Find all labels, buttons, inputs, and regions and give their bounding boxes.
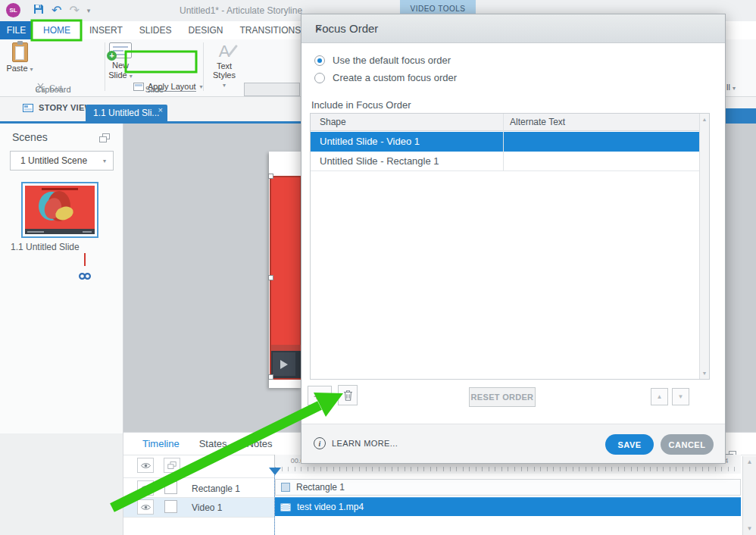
delete-object-button[interactable] (338, 385, 358, 405)
qat-dropdown-icon[interactable]: ▾ (87, 7, 91, 14)
red-marker (84, 253, 86, 266)
tab-transitions[interactable]: TRANSITIONS (232, 21, 310, 39)
column-shape[interactable]: Shape (320, 117, 346, 127)
move-up-button[interactable]: ▲ (651, 388, 668, 405)
trash-icon (343, 390, 353, 401)
timeline-bar-rectangle[interactable]: Rectangle 1 (275, 479, 741, 496)
column-alternate-text[interactable]: Alternate Text (510, 117, 565, 127)
timeline-bar-video[interactable]: test video 1.mp4 (275, 497, 741, 516)
tab-strip-right-stub (721, 108, 756, 121)
custom-focus-label: Create a custom focus order (333, 72, 457, 83)
move-down-button[interactable]: ▼ (672, 388, 689, 405)
thumbnail-video-bar (25, 229, 95, 234)
fill-dropdown[interactable]: ll ▾ (726, 83, 736, 92)
tab-insert[interactable]: INSERT (81, 21, 131, 39)
timeline-bar-label: test video 1.mp4 (297, 502, 364, 512)
tab-notes[interactable]: Notes (247, 438, 273, 449)
tab-timeline[interactable]: Timeline (142, 438, 180, 449)
timeline-row-name[interactable]: Rectangle 1 (192, 483, 240, 494)
storyline-window: SL ↶ ↷ ▾ Untitled1* - Articulate Storyli… (0, 0, 756, 535)
selection-handle[interactable] (268, 374, 273, 380)
timeline-scrollbar[interactable]: ▲ ▼ (742, 456, 756, 535)
video-play-button[interactable] (273, 352, 295, 376)
default-focus-radio[interactable]: Use the default focus order (314, 55, 451, 66)
scroll-down-icon[interactable]: ▼ (700, 371, 709, 376)
paste-button[interactable]: Paste ▾ (6, 42, 33, 89)
tab-file[interactable]: FILE (0, 21, 33, 39)
row-checkbox[interactable] (164, 500, 177, 513)
close-icon[interactable]: × (315, 22, 714, 35)
scene-selector-value: 1 Untitled Scene (20, 155, 87, 166)
timeline-row-name[interactable]: Video 1 (192, 502, 222, 513)
redo-icon[interactable]: ↷ (69, 5, 79, 17)
radio-selected-icon[interactable] (314, 55, 325, 66)
film-icon (280, 503, 291, 512)
slide-tab-label: 1.1 Untitled Sli... (93, 108, 159, 118)
tab-states[interactable]: States (199, 438, 227, 449)
save-icon[interactable] (33, 4, 44, 17)
storyline-logo: SL (6, 3, 20, 17)
playhead-line (274, 475, 275, 535)
tab-slides[interactable]: SLIDES (131, 21, 180, 39)
bottom-left-gutter (0, 433, 123, 535)
font-box[interactable] (244, 83, 300, 96)
cancel-button[interactable]: CANCEL (661, 434, 714, 455)
undo-icon[interactable]: ↶ (52, 5, 61, 17)
focus-order-table: Shape Alternate Text Untitled Slide - Vi… (310, 113, 710, 380)
collapse-panel-icon[interactable] (99, 133, 110, 142)
video-seekbar (271, 345, 301, 351)
sheet-icon (167, 461, 176, 469)
eye-icon (141, 462, 151, 469)
new-slide-label2: Slide (108, 70, 127, 80)
table-row-video[interactable]: Untitled Slide - Video 1 (311, 132, 709, 152)
focus-order-dialog: Focus Order × Use the default focus orde… (301, 14, 726, 464)
playhead[interactable] (269, 468, 281, 475)
radio-unselected-icon[interactable] (314, 73, 325, 83)
default-focus-label: Use the default focus order (333, 55, 451, 66)
story-view-label: STORY VIEW (39, 103, 92, 112)
custom-focus-radio[interactable]: Create a custom focus order (314, 72, 457, 83)
new-slide-button[interactable]: + New Slide ▾ (106, 42, 135, 89)
selection-handle[interactable] (268, 275, 273, 280)
table-row-rectangle[interactable]: Untitled Slide - Rectangle 1 (311, 152, 709, 171)
toggle-all-visibility-button[interactable] (137, 458, 154, 473)
timeline-bar-label: Rectangle 1 (296, 482, 345, 493)
close-tab-icon[interactable]: × (158, 105, 163, 114)
clipboard-group-label: Clipboard (0, 85, 106, 94)
info-icon: i (314, 437, 326, 449)
row-visibility-button[interactable] (137, 499, 154, 515)
selection-handle[interactable] (268, 174, 273, 179)
paste-icon (12, 42, 28, 62)
dialog-footer: i LEARN MORE... SAVE CANCEL (301, 424, 725, 463)
plus-icon: + (314, 390, 320, 402)
slide-thumbnail-image (25, 186, 95, 234)
slide-group-label: Slide (106, 85, 203, 94)
shape-cell: Untitled Slide - Rectangle 1 (320, 155, 439, 167)
text-styles-button[interactable]: A Text Styles ▾ (206, 42, 242, 89)
slide-view-tab[interactable]: 1.1 Untitled Sli... × (86, 105, 167, 121)
scroll-down-icon[interactable]: ▼ (743, 523, 756, 535)
save-button[interactable]: SAVE (605, 434, 654, 455)
scroll-up-icon[interactable]: ▲ (743, 456, 756, 468)
link-icon (78, 270, 92, 283)
row-visibility-button[interactable] (137, 480, 154, 496)
text-styles-icon: A (214, 42, 234, 61)
dialog-title-bar[interactable]: Focus Order × (301, 14, 725, 43)
table-scrollbar[interactable]: ▲ ▼ (699, 114, 709, 379)
scroll-up-icon[interactable]: ▲ (700, 117, 709, 122)
reset-order-button[interactable]: RESET ORDER (469, 387, 536, 407)
slide-thumbnail-label: 1.1 Untitled Slide (11, 242, 80, 252)
learn-more-link[interactable]: i LEARN MORE... (314, 437, 398, 449)
timeline-tab-bar: Timeline States Notes (142, 438, 272, 449)
eye-icon (141, 504, 151, 511)
slide-thumbnail[interactable] (21, 182, 98, 238)
lock-column-button[interactable] (164, 458, 180, 473)
story-view-tab[interactable]: STORY VIEW (23, 103, 92, 112)
learn-more-label: LEARN MORE... (332, 439, 398, 448)
row-checkbox[interactable] (164, 481, 177, 494)
add-object-button[interactable]: +▾ (308, 386, 332, 405)
eye-icon (141, 485, 151, 492)
tab-design[interactable]: DESIGN (180, 21, 231, 39)
scene-selector-dropdown[interactable]: 1 Untitled Scene ▾ (10, 151, 114, 171)
tab-home[interactable]: HOME (33, 21, 81, 39)
